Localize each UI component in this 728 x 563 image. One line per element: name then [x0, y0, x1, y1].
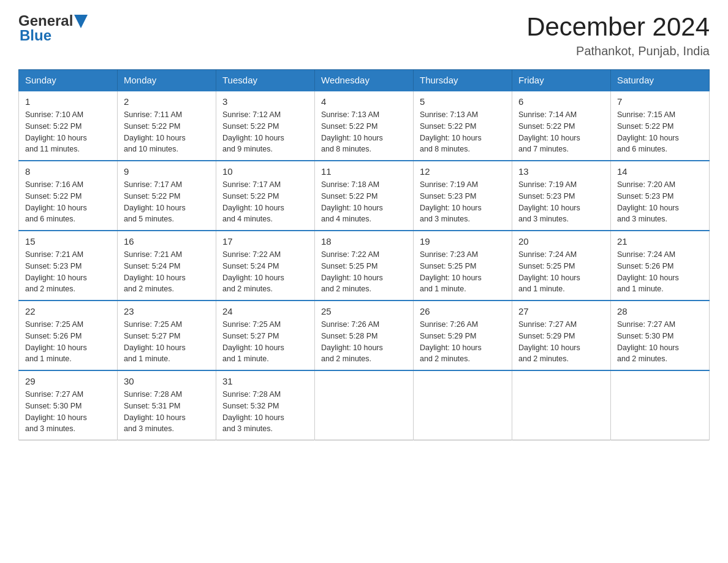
- day-number: 3: [222, 96, 308, 107]
- week-row-1: 1Sunrise: 7:10 AMSunset: 5:22 PMDaylight…: [19, 91, 710, 161]
- month-title: December 2024: [526, 12, 710, 42]
- day-number: 4: [321, 96, 407, 107]
- day-number: 21: [617, 236, 703, 247]
- day-info: Sunrise: 7:28 AMSunset: 5:31 PMDaylight:…: [124, 389, 210, 435]
- calendar-cell: 10Sunrise: 7:17 AMSunset: 5:22 PMDayligh…: [216, 161, 315, 231]
- day-number: 24: [222, 306, 308, 316]
- day-info: Sunrise: 7:20 AMSunset: 5:23 PMDaylight:…: [617, 179, 703, 225]
- svg-marker-0: [74, 15, 88, 28]
- day-info: Sunrise: 7:28 AMSunset: 5:32 PMDaylight:…: [222, 389, 308, 435]
- day-number: 31: [222, 376, 308, 386]
- day-number: 20: [518, 236, 604, 247]
- week-row-4: 22Sunrise: 7:25 AMSunset: 5:26 PMDayligh…: [19, 301, 710, 370]
- day-number: 14: [617, 166, 703, 177]
- day-info: Sunrise: 7:11 AMSunset: 5:22 PMDaylight:…: [124, 109, 210, 155]
- day-number: 15: [25, 236, 111, 247]
- day-number: 29: [25, 376, 111, 386]
- calendar-cell: 25Sunrise: 7:26 AMSunset: 5:28 PMDayligh…: [315, 301, 414, 370]
- week-row-5: 29Sunrise: 7:27 AMSunset: 5:30 PMDayligh…: [19, 370, 710, 440]
- day-number: 18: [321, 236, 407, 247]
- calendar-cell: 15Sunrise: 7:21 AMSunset: 5:23 PMDayligh…: [19, 231, 118, 301]
- day-number: 23: [124, 306, 210, 316]
- day-info: Sunrise: 7:23 AMSunset: 5:25 PMDaylight:…: [420, 249, 506, 295]
- calendar-cell: 2Sunrise: 7:11 AMSunset: 5:22 PMDaylight…: [118, 91, 216, 161]
- calendar-cell: 20Sunrise: 7:24 AMSunset: 5:25 PMDayligh…: [512, 231, 611, 301]
- calendar-cell: 13Sunrise: 7:19 AMSunset: 5:23 PMDayligh…: [512, 161, 611, 231]
- calendar-cell: [611, 370, 710, 440]
- logo-blue-text: Blue: [20, 27, 51, 44]
- day-info: Sunrise: 7:17 AMSunset: 5:22 PMDaylight:…: [222, 179, 308, 225]
- calendar-cell: 31Sunrise: 7:28 AMSunset: 5:32 PMDayligh…: [216, 370, 315, 440]
- logo-triangle-icon: [74, 15, 88, 28]
- day-info: Sunrise: 7:21 AMSunset: 5:24 PMDaylight:…: [124, 249, 210, 295]
- day-number: 10: [222, 166, 308, 177]
- day-header-wednesday: Wednesday: [315, 70, 414, 91]
- day-info: Sunrise: 7:16 AMSunset: 5:22 PMDaylight:…: [25, 179, 111, 225]
- day-number: 11: [321, 166, 407, 177]
- day-info: Sunrise: 7:21 AMSunset: 5:23 PMDaylight:…: [25, 249, 111, 295]
- calendar-cell: 12Sunrise: 7:19 AMSunset: 5:23 PMDayligh…: [414, 161, 512, 231]
- day-number: 5: [420, 96, 506, 107]
- week-row-3: 15Sunrise: 7:21 AMSunset: 5:23 PMDayligh…: [19, 231, 710, 301]
- calendar-cell: 27Sunrise: 7:27 AMSunset: 5:29 PMDayligh…: [512, 301, 611, 370]
- day-info: Sunrise: 7:27 AMSunset: 5:30 PMDaylight:…: [617, 319, 703, 365]
- calendar-cell: 6Sunrise: 7:14 AMSunset: 5:22 PMDaylight…: [512, 91, 611, 161]
- day-info: Sunrise: 7:13 AMSunset: 5:22 PMDaylight:…: [321, 109, 407, 155]
- day-header-saturday: Saturday: [611, 70, 710, 91]
- day-header-sunday: Sunday: [19, 70, 118, 91]
- day-info: Sunrise: 7:26 AMSunset: 5:29 PMDaylight:…: [420, 319, 506, 365]
- calendar-cell: 5Sunrise: 7:13 AMSunset: 5:22 PMDaylight…: [414, 91, 512, 161]
- calendar-cell: 21Sunrise: 7:24 AMSunset: 5:26 PMDayligh…: [611, 231, 710, 301]
- day-info: Sunrise: 7:24 AMSunset: 5:26 PMDaylight:…: [617, 249, 703, 295]
- day-number: 7: [617, 96, 703, 107]
- day-number: 6: [518, 96, 604, 107]
- day-info: Sunrise: 7:12 AMSunset: 5:22 PMDaylight:…: [222, 109, 308, 155]
- day-info: Sunrise: 7:26 AMSunset: 5:28 PMDaylight:…: [321, 319, 407, 365]
- day-info: Sunrise: 7:17 AMSunset: 5:22 PMDaylight:…: [124, 179, 210, 225]
- day-info: Sunrise: 7:13 AMSunset: 5:22 PMDaylight:…: [420, 109, 506, 155]
- calendar-cell: 4Sunrise: 7:13 AMSunset: 5:22 PMDaylight…: [315, 91, 414, 161]
- calendar-cell: 11Sunrise: 7:18 AMSunset: 5:22 PMDayligh…: [315, 161, 414, 231]
- day-number: 1: [25, 96, 111, 107]
- day-info: Sunrise: 7:22 AMSunset: 5:25 PMDaylight:…: [321, 249, 407, 295]
- calendar-cell: 9Sunrise: 7:17 AMSunset: 5:22 PMDaylight…: [118, 161, 216, 231]
- logo: General Blue: [18, 12, 88, 44]
- calendar-cell: 18Sunrise: 7:22 AMSunset: 5:25 PMDayligh…: [315, 231, 414, 301]
- calendar-cell: 16Sunrise: 7:21 AMSunset: 5:24 PMDayligh…: [118, 231, 216, 301]
- day-info: Sunrise: 7:27 AMSunset: 5:29 PMDaylight:…: [518, 319, 604, 365]
- day-header-friday: Friday: [512, 70, 611, 91]
- calendar-cell: 24Sunrise: 7:25 AMSunset: 5:27 PMDayligh…: [216, 301, 315, 370]
- day-number: 26: [420, 306, 506, 316]
- calendar-cell: 29Sunrise: 7:27 AMSunset: 5:30 PMDayligh…: [19, 370, 118, 440]
- day-number: 2: [124, 96, 210, 107]
- day-header-thursday: Thursday: [414, 70, 512, 91]
- calendar-cell: [414, 370, 512, 440]
- calendar-table: SundayMondayTuesdayWednesdayThursdayFrid…: [18, 69, 710, 440]
- calendar-cell: 26Sunrise: 7:26 AMSunset: 5:29 PMDayligh…: [414, 301, 512, 370]
- calendar-cell: [315, 370, 414, 440]
- location-subtitle: Pathankot, Punjab, India: [526, 44, 710, 58]
- calendar-cell: 28Sunrise: 7:27 AMSunset: 5:30 PMDayligh…: [611, 301, 710, 370]
- day-info: Sunrise: 7:19 AMSunset: 5:23 PMDaylight:…: [420, 179, 506, 225]
- calendar-cell: 30Sunrise: 7:28 AMSunset: 5:31 PMDayligh…: [118, 370, 216, 440]
- day-number: 28: [617, 306, 703, 316]
- day-number: 12: [420, 166, 506, 177]
- title-area: December 2024 Pathankot, Punjab, India: [526, 12, 710, 58]
- day-info: Sunrise: 7:27 AMSunset: 5:30 PMDaylight:…: [25, 389, 111, 435]
- day-info: Sunrise: 7:14 AMSunset: 5:22 PMDaylight:…: [518, 109, 604, 155]
- day-info: Sunrise: 7:19 AMSunset: 5:23 PMDaylight:…: [518, 179, 604, 225]
- calendar-cell: 14Sunrise: 7:20 AMSunset: 5:23 PMDayligh…: [611, 161, 710, 231]
- day-number: 22: [25, 306, 111, 316]
- calendar-cell: 22Sunrise: 7:25 AMSunset: 5:26 PMDayligh…: [19, 301, 118, 370]
- day-info: Sunrise: 7:10 AMSunset: 5:22 PMDaylight:…: [25, 109, 111, 155]
- calendar-cell: 19Sunrise: 7:23 AMSunset: 5:25 PMDayligh…: [414, 231, 512, 301]
- day-number: 17: [222, 236, 308, 247]
- day-number: 27: [518, 306, 604, 316]
- calendar-cell: [512, 370, 611, 440]
- days-header-row: SundayMondayTuesdayWednesdayThursdayFrid…: [19, 70, 710, 91]
- day-info: Sunrise: 7:22 AMSunset: 5:24 PMDaylight:…: [222, 249, 308, 295]
- calendar-cell: 3Sunrise: 7:12 AMSunset: 5:22 PMDaylight…: [216, 91, 315, 161]
- calendar-cell: 7Sunrise: 7:15 AMSunset: 5:22 PMDaylight…: [611, 91, 710, 161]
- day-number: 19: [420, 236, 506, 247]
- day-info: Sunrise: 7:15 AMSunset: 5:22 PMDaylight:…: [617, 109, 703, 155]
